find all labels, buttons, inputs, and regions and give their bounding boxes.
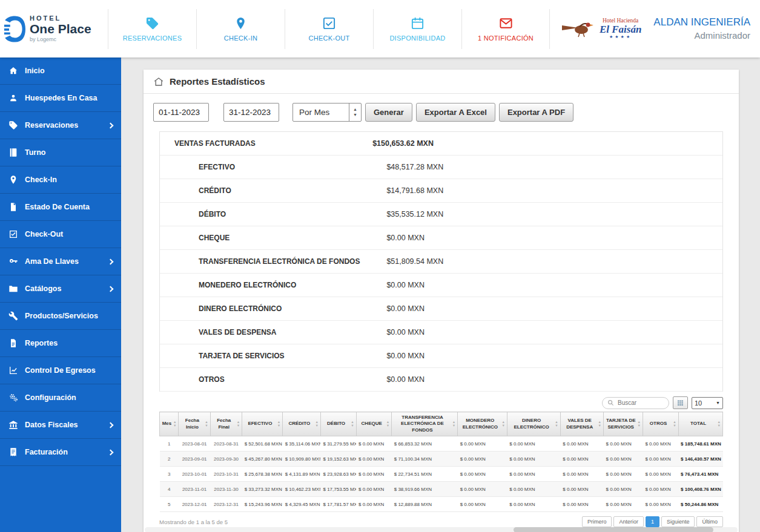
sidebar-item-ama-de-llaves[interactable]: Ama De Llaves bbox=[0, 248, 121, 275]
horizontal-scrollbar[interactable] bbox=[145, 527, 738, 532]
generar-button[interactable]: Generar bbox=[365, 103, 412, 122]
sidebar-item-label: Check-Out bbox=[25, 230, 63, 238]
table-cell: $ 0.00 MXN bbox=[507, 452, 560, 467]
summary-label: CRÉDITO bbox=[160, 186, 386, 195]
sort-icon[interactable]: ▲▼ bbox=[237, 421, 240, 427]
user-info: ALDAN INGENIERÍA Administrador bbox=[653, 16, 750, 42]
column-header[interactable]: TOTAL▲▼ bbox=[678, 412, 722, 436]
page-size-select[interactable]: 10 ▼ bbox=[692, 397, 723, 409]
column-header[interactable]: TRANSFERENCIA ELECTRÓNICA DE FONDOS▲▼ bbox=[392, 412, 458, 436]
summary-row: TRANSFERENCIA ELECTRÓNICA DE FONDOS$51,8… bbox=[160, 250, 722, 274]
sort-icon[interactable]: ▲▼ bbox=[718, 421, 721, 427]
sidebar-item-huespedes-en-casa[interactable]: Huespedes En Casa bbox=[0, 85, 121, 112]
sort-icon[interactable]: ▲▼ bbox=[351, 421, 354, 427]
group-by-select[interactable]: Por Mes ▲▼ bbox=[292, 103, 362, 122]
table-cell: $ 12,889.88 MXN bbox=[392, 497, 458, 512]
sort-icon[interactable]: ▲▼ bbox=[598, 421, 601, 427]
table-row[interactable]: 22023-09-012023-09-30$ 45,267.80 MXN$ 10… bbox=[160, 452, 723, 467]
exportar-excel-button[interactable]: Exportar A Excel bbox=[416, 103, 495, 122]
pagination-last-button[interactable]: Último bbox=[696, 516, 723, 527]
summary-value: $0.00 MXN bbox=[386, 328, 425, 337]
column-header[interactable]: Mes▲▼ bbox=[160, 412, 179, 436]
nav-notificacion[interactable]: 1 NOTIFICACIÓN bbox=[461, 9, 550, 49]
summary-row: MONEDERO ELECTRÓNICO$0.00 MXN bbox=[160, 274, 722, 297]
sidebar-item-control-de-egresos[interactable]: Control De Egresos bbox=[0, 357, 121, 384]
column-header[interactable]: MONEDERO ELECTRÓNICO▲▼ bbox=[458, 412, 507, 436]
sidebar-item-configuracion[interactable]: Configuración bbox=[0, 384, 121, 412]
sort-icon[interactable]: ▲▼ bbox=[637, 421, 640, 427]
nav-check-in[interactable]: CHECK-IN bbox=[196, 9, 285, 49]
sidebar-item-check-in[interactable]: Check-In bbox=[0, 166, 121, 194]
table-row[interactable]: 12023-08-012023-08-31$ 52,501.68 MXN$ 35… bbox=[160, 436, 723, 452]
nav-check-out[interactable]: CHECK-OUT bbox=[285, 9, 373, 49]
table-search[interactable] bbox=[602, 397, 669, 409]
nav-label: CHECK-IN bbox=[224, 34, 258, 42]
summary-list: VENTAS FACTURADAS$150,653.62 MXNEFECTIVO… bbox=[159, 131, 723, 392]
sort-icon[interactable]: ▲▼ bbox=[501, 421, 504, 427]
sidebar-item-datos-fiscales[interactable]: Datos Fiscales bbox=[0, 412, 121, 439]
table-row[interactable]: 52023-12-012023-12-31$ 15,243.96 MXN$ 4,… bbox=[160, 497, 723, 512]
exportar-pdf-button[interactable]: Exportar A PDF bbox=[499, 103, 573, 122]
sort-icon[interactable]: ▲▼ bbox=[205, 421, 208, 427]
column-header[interactable]: Fecha Inicio▲▼ bbox=[179, 412, 210, 436]
table-cell: 2023-11-01 bbox=[179, 482, 210, 497]
column-header[interactable]: OTROS▲▼ bbox=[643, 412, 678, 436]
date-from-input[interactable] bbox=[153, 103, 209, 122]
column-header[interactable]: DÉBITO▲▼ bbox=[320, 412, 356, 436]
table-cell: $ 0.00 MXN bbox=[604, 497, 643, 512]
sidebar-item-check-out[interactable]: Check-Out bbox=[0, 221, 121, 248]
table-cell: $ 23,928.63 MXN bbox=[320, 467, 356, 482]
column-header[interactable]: EFECTIVO▲▼ bbox=[242, 412, 283, 436]
table-cell: $ 0.00 MXN bbox=[643, 467, 678, 482]
pagination-prev-button[interactable]: Anterior bbox=[613, 516, 644, 527]
tag-icon bbox=[145, 16, 159, 30]
top-navigation: RESERVACIONES CHECK-IN CHECK-OUT DISPONI… bbox=[108, 0, 550, 57]
sidebar-item-label: Control De Egresos bbox=[25, 366, 96, 375]
column-header-label: TOTAL bbox=[681, 421, 716, 427]
scrollbar-thumb[interactable] bbox=[514, 527, 713, 532]
summary-label: VALES DE DESPENSA bbox=[160, 328, 386, 337]
pagination-next-button[interactable]: Siguiente bbox=[661, 516, 695, 527]
date-to-input[interactable] bbox=[223, 103, 279, 122]
summary-row: TARJETA DE SERVICIOS$0.00 MXN bbox=[160, 344, 722, 368]
table-cell: 2023-08-01 bbox=[179, 436, 210, 452]
caret-down-icon: ▼ bbox=[716, 401, 720, 405]
sort-icon[interactable]: ▲▼ bbox=[673, 421, 676, 427]
sidebar-item-catalogos[interactable]: Catálogos bbox=[0, 275, 121, 303]
sort-icon[interactable]: ▲▼ bbox=[277, 421, 280, 427]
pagination-page-1-button[interactable]: 1 bbox=[646, 516, 659, 527]
sidebar-item-reservaciones[interactable]: Reservaciones bbox=[0, 112, 121, 139]
sidebar-item-turno[interactable]: Turno bbox=[0, 139, 121, 166]
nav-reservaciones[interactable]: RESERVACIONES bbox=[108, 9, 196, 49]
sort-icon[interactable]: ▲▼ bbox=[386, 421, 389, 427]
table-cell: 2023-10-31 bbox=[210, 467, 242, 482]
table-cell: $ 0.00 MXN bbox=[560, 452, 603, 467]
column-header-label: TRANSFERENCIA ELECTRÓNICA DE FONDOS bbox=[394, 415, 451, 433]
sidebar-item-inicio[interactable]: Inicio bbox=[0, 57, 121, 85]
column-header[interactable]: CRÉDITO▲▼ bbox=[283, 412, 321, 436]
column-header[interactable]: CHEQUE▲▼ bbox=[356, 412, 392, 436]
nav-disponibilidad[interactable]: DISPONIBILIDAD bbox=[373, 9, 461, 49]
sort-icon[interactable]: ▲▼ bbox=[316, 421, 319, 427]
column-header[interactable]: DINERO ELECTRÓNICO▲▼ bbox=[507, 412, 560, 436]
pagination-first-button[interactable]: Primero bbox=[582, 516, 612, 527]
search-input[interactable] bbox=[616, 399, 664, 407]
columns-toggle-button[interactable] bbox=[673, 396, 688, 409]
sidebar-item-estado-de-cuenta[interactable]: Estado De Cuenta bbox=[0, 194, 121, 221]
app-logo[interactable]: HOTEL One Place by Logemc bbox=[0, 15, 108, 43]
sort-icon[interactable]: ▲▼ bbox=[555, 421, 558, 427]
sort-icon[interactable]: ▲▼ bbox=[173, 421, 176, 427]
chevron-right-icon bbox=[108, 258, 114, 264]
column-header[interactable]: TARJETA DE SERVICIOS▲▼ bbox=[604, 412, 643, 436]
select-stepper-icon[interactable]: ▲▼ bbox=[349, 103, 361, 121]
wrench-icon bbox=[8, 311, 18, 321]
column-header[interactable]: VALES DE DESPENSA▲▼ bbox=[560, 412, 603, 436]
column-header[interactable]: Fecha Final▲▼ bbox=[210, 412, 242, 436]
sort-icon[interactable]: ▲▼ bbox=[452, 421, 455, 427]
summary-value: $0.00 MXN bbox=[386, 375, 425, 384]
sidebar-item-facturacion[interactable]: Facturación bbox=[0, 439, 121, 466]
sidebar-item-productos-servicios[interactable]: Productos/Servicios bbox=[0, 303, 121, 330]
table-row[interactable]: 32023-10-012023-10-31$ 25,678.38 MXN$ 4,… bbox=[160, 467, 723, 482]
table-row[interactable]: 42023-11-012023-11-30$ 33,273.32 MXN$ 10… bbox=[160, 482, 723, 497]
sidebar-item-reportes[interactable]: Reportes bbox=[0, 330, 121, 357]
